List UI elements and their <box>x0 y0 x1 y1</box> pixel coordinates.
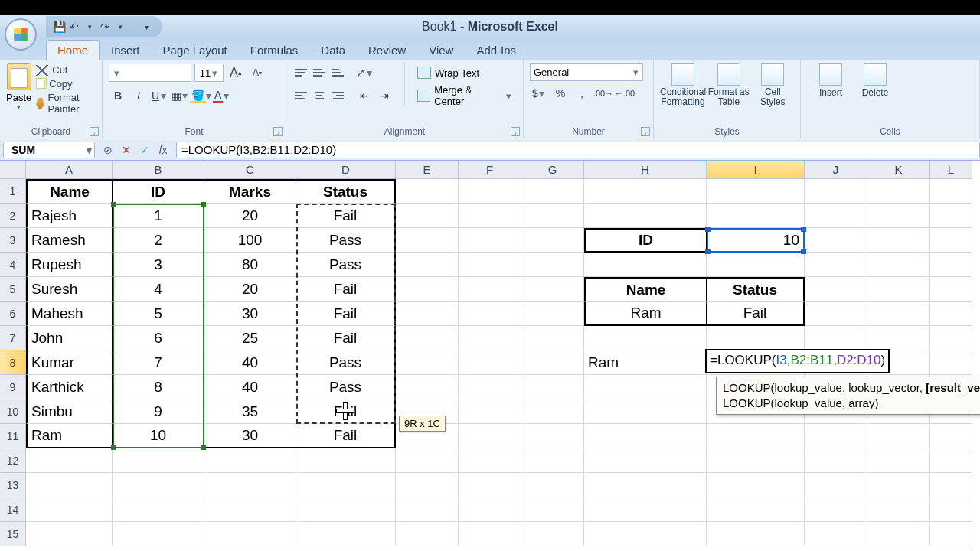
cell[interactable]: Status <box>296 179 396 204</box>
cell[interactable]: 25 <box>204 326 296 350</box>
cell[interactable] <box>707 326 805 350</box>
cell[interactable] <box>930 522 972 546</box>
comma-button[interactable]: , <box>573 84 591 103</box>
decrease-decimal-button[interactable]: ←.00 <box>616 84 634 103</box>
cell[interactable] <box>867 326 930 350</box>
cell[interactable]: Fail <box>296 399 396 424</box>
align-right-button[interactable] <box>329 87 346 104</box>
cell[interactable] <box>805 204 867 228</box>
align-top-button[interactable] <box>292 64 309 81</box>
cell[interactable]: Pass <box>296 228 396 253</box>
cell[interactable] <box>867 228 930 253</box>
cell[interactable] <box>930 302 972 326</box>
tab-home[interactable]: Home <box>46 40 100 60</box>
cell[interactable] <box>584 375 707 399</box>
paste-button[interactable]: Paste ▾ <box>6 63 31 115</box>
col-header-G[interactable]: G <box>521 161 584 179</box>
cell[interactable] <box>930 448 972 473</box>
cell[interactable] <box>707 522 805 546</box>
cell[interactable] <box>930 424 972 448</box>
cell[interactable] <box>584 179 707 204</box>
cell[interactable] <box>396 522 459 546</box>
cell[interactable]: Rajesh <box>26 204 113 228</box>
function-tooltip[interactable]: LOOKUP(lookup_value, lookup_vector, [res… <box>716 377 980 415</box>
col-header-A[interactable]: A <box>26 161 113 179</box>
cell[interactable] <box>867 204 930 228</box>
cell[interactable] <box>521 228 584 253</box>
cell[interactable] <box>930 228 972 253</box>
cell[interactable] <box>459 375 521 399</box>
bold-button[interactable]: B <box>109 86 127 105</box>
cell[interactable] <box>396 204 459 228</box>
cell[interactable]: Fail <box>296 302 396 326</box>
cell[interactable] <box>707 179 805 204</box>
cell[interactable] <box>707 497 805 522</box>
row-header-14[interactable]: 14 <box>0 497 26 522</box>
redo-dropdown-icon[interactable]: ▾ <box>113 20 127 34</box>
cell[interactable]: Name <box>26 179 113 204</box>
row-header-2[interactable]: 2 <box>0 204 26 228</box>
cell[interactable]: Ram <box>26 424 113 448</box>
borders-button[interactable]: ▦▾ <box>171 86 189 105</box>
tab-page-layout[interactable]: Page Layout <box>152 40 239 60</box>
row-header-7[interactable]: 7 <box>0 326 26 350</box>
cell[interactable]: Name <box>584 277 707 302</box>
cell[interactable] <box>805 522 867 546</box>
cell[interactable] <box>707 448 805 473</box>
cell[interactable] <box>930 179 972 204</box>
cell[interactable]: Fail <box>296 326 396 350</box>
cell[interactable] <box>521 302 584 326</box>
underline-button[interactable]: U▾ <box>150 86 168 105</box>
cell[interactable] <box>521 375 584 399</box>
cell[interactable] <box>930 253 972 277</box>
insert-cells-button[interactable]: Insert <box>807 63 854 98</box>
cell[interactable] <box>459 179 521 204</box>
cell[interactable] <box>521 448 584 473</box>
cell[interactable] <box>805 277 867 302</box>
col-header-D[interactable]: D <box>296 161 396 179</box>
cell[interactable]: 20 <box>204 277 296 302</box>
cell[interactable]: Fail <box>707 302 805 326</box>
cell[interactable]: Simbu <box>26 399 113 424</box>
cell[interactable] <box>459 277 521 302</box>
fill-color-button[interactable]: 🪣▾ <box>191 86 210 105</box>
col-header-E[interactable]: E <box>396 161 459 179</box>
cell[interactable]: Fail <box>296 277 396 302</box>
cell[interactable] <box>521 399 584 424</box>
cell[interactable]: 30 <box>204 424 296 448</box>
save-icon[interactable]: 💾 <box>52 20 66 34</box>
cell[interactable] <box>459 253 521 277</box>
cell[interactable] <box>459 522 521 546</box>
cell[interactable] <box>805 253 867 277</box>
undo-icon[interactable]: ↶ <box>67 20 81 34</box>
cell[interactable] <box>521 253 584 277</box>
cell[interactable] <box>867 497 930 522</box>
formula-input[interactable]: =LOOKUP(I3,B2:B11,D2:D10) <box>176 142 980 158</box>
col-header-B[interactable]: B <box>113 161 204 179</box>
cell[interactable] <box>707 253 805 277</box>
format-as-table-button[interactable]: Format as Table <box>707 63 750 107</box>
cut-button[interactable]: Cut <box>36 64 96 76</box>
cell[interactable] <box>296 522 396 546</box>
format-painter-button[interactable]: Format Painter <box>36 92 96 115</box>
cell-styles-button[interactable]: Cell Styles <box>752 63 794 107</box>
tab-formulas[interactable]: Formulas <box>239 40 310 60</box>
cell[interactable]: Pass <box>296 253 396 277</box>
align-bottom-button[interactable] <box>329 64 346 81</box>
cell[interactable] <box>805 473 867 497</box>
col-header-H[interactable]: H <box>584 161 707 179</box>
percent-button[interactable]: % <box>551 84 570 103</box>
cell[interactable]: Marks <box>204 179 296 204</box>
cell[interactable] <box>296 497 396 522</box>
cell[interactable] <box>396 179 459 204</box>
cell[interactable] <box>584 204 707 228</box>
row-header-4[interactable]: 4 <box>0 253 26 277</box>
cell[interactable] <box>204 473 296 497</box>
cell[interactable] <box>521 473 584 497</box>
col-header-J[interactable]: J <box>805 161 867 179</box>
cell[interactable] <box>521 522 584 546</box>
cell[interactable] <box>584 253 707 277</box>
cell[interactable] <box>113 448 204 473</box>
cell[interactable] <box>521 350 584 375</box>
conditional-formatting-button[interactable]: Conditional Formatting <box>660 63 706 107</box>
